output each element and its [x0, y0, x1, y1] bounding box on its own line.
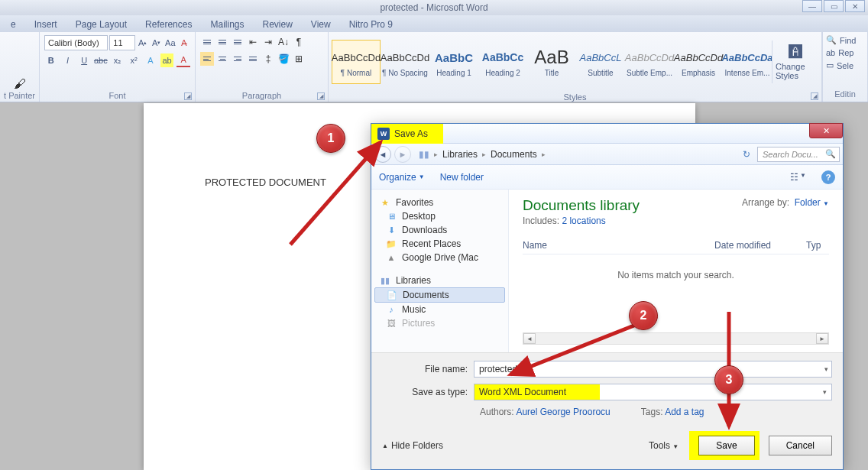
dialog-titlebar[interactable]: W Save As ✕	[371, 124, 843, 144]
style-heading-2[interactable]: AaBbCcHeading 2	[478, 40, 527, 84]
organize-button[interactable]: Organize ▼	[379, 172, 425, 183]
tree-documents[interactable]: 📄Documents	[374, 287, 505, 303]
new-folder-button[interactable]: New folder	[440, 172, 484, 183]
superscript-button[interactable]: x²	[127, 53, 141, 67]
grow-font-button[interactable]: A▴	[137, 36, 149, 50]
col-type[interactable]: Typ	[806, 240, 829, 251]
authors-link[interactable]: Aurel George Proorocu	[516, 407, 610, 417]
tab-file[interactable]: e	[3, 17, 24, 32]
view-options-button[interactable]: ☷ ▼	[790, 172, 806, 183]
save-button[interactable]: Save	[698, 436, 754, 455]
file-list-headers[interactable]: Name Date modified Typ	[523, 240, 829, 254]
tools-button[interactable]: Tools ▼	[649, 440, 679, 451]
includes-text: Includes: 2 locations	[523, 216, 640, 226]
col-name[interactable]: Name	[523, 240, 714, 251]
help-button[interactable]: ?	[821, 170, 835, 184]
tab-nitro[interactable]: Nitro Pro 9	[342, 17, 400, 32]
dialog-close-button[interactable]: ✕	[809, 123, 843, 138]
scroll-right-icon[interactable]: ►	[816, 333, 828, 344]
style-intense-emphasis[interactable]: AaBbCcDaIntense Em...	[723, 40, 772, 84]
styles-dialog-launcher[interactable]: ◢	[811, 92, 818, 100]
styles-gallery[interactable]: AaBbCcDd¶ Normal AaBbCcDd¶ No Spacing Aa…	[329, 32, 821, 91]
shrink-font-button[interactable]: A▾	[151, 36, 163, 50]
breadcrumb-documents[interactable]: Documents	[491, 149, 537, 160]
arrange-by-link[interactable]: Folder ▼	[795, 197, 829, 208]
tree-favorites[interactable]: ★Favorites	[374, 196, 505, 209]
bullets-button[interactable]	[200, 35, 214, 49]
tree-pictures[interactable]: 🖼Pictures	[374, 316, 505, 330]
sort-button[interactable]: A↓	[277, 35, 290, 49]
minimize-button[interactable]: —	[802, 0, 822, 12]
tree-music[interactable]: ♪Music	[374, 303, 505, 316]
file-name-input[interactable]: protected▾	[474, 361, 832, 378]
refresh-button[interactable]: ↻	[739, 147, 754, 162]
horizontal-scrollbar[interactable]: ◄ ►	[523, 332, 829, 345]
find-button[interactable]: 🔍Find	[826, 35, 864, 45]
style-title[interactable]: AaBTitle	[527, 40, 576, 84]
multilevel-button[interactable]	[231, 35, 245, 49]
numbering-button[interactable]	[215, 35, 229, 49]
font-color-button[interactable]: A	[177, 53, 190, 67]
cancel-button[interactable]: Cancel	[769, 436, 832, 455]
select-button[interactable]: ▭Sele	[826, 60, 864, 70]
font-dialog-launcher[interactable]: ◢	[184, 92, 192, 100]
tab-view[interactable]: View	[303, 17, 338, 32]
style-emphasis[interactable]: AaBbCcDdEmphasis	[674, 40, 723, 84]
search-input[interactable]: Search Docu... 🔍	[757, 147, 840, 162]
scroll-left-icon[interactable]: ◄	[523, 333, 536, 344]
close-button[interactable]: ✕	[845, 0, 865, 12]
col-date[interactable]: Date modified	[714, 240, 806, 251]
nav-back-button[interactable]: ◄	[374, 146, 391, 163]
align-right-button[interactable]	[231, 52, 245, 66]
borders-button[interactable]: ⊞	[292, 52, 306, 66]
change-styles-button[interactable]: 🅰 Change Styles	[772, 41, 818, 83]
subscript-button[interactable]: x₂	[111, 53, 125, 67]
clear-formatting-button[interactable]: A̶	[178, 36, 190, 50]
format-painter[interactable]: 🖌	[14, 77, 26, 91]
decrease-indent-button[interactable]: ⇤	[246, 35, 260, 49]
tree-downloads[interactable]: ⬇Downloads	[374, 223, 505, 237]
underline-button[interactable]: U	[77, 53, 91, 67]
format-painter-label: t Painter	[4, 91, 35, 100]
maximize-button[interactable]: ▭	[824, 0, 844, 12]
shading-button[interactable]: 🪣	[277, 52, 290, 66]
style-subtitle[interactable]: AaBbCcLSubtitle	[576, 40, 625, 84]
tab-references[interactable]: References	[138, 17, 199, 32]
italic-button[interactable]: I	[61, 53, 75, 67]
replace-button[interactable]: abRep	[826, 48, 864, 57]
style-normal[interactable]: AaBbCcDd¶ Normal	[332, 40, 381, 84]
align-center-button[interactable]	[215, 52, 229, 66]
tree-recent[interactable]: 📁Recent Places	[374, 237, 505, 251]
style-no-spacing[interactable]: AaBbCcDd¶ No Spacing	[381, 40, 429, 84]
justify-button[interactable]	[246, 52, 260, 66]
strikethrough-button[interactable]: abc	[94, 53, 108, 67]
font-name-combo[interactable]: Calibri (Body)	[44, 35, 108, 50]
tab-review[interactable]: Review	[254, 17, 300, 32]
increase-indent-button[interactable]: ⇥	[261, 35, 275, 49]
breadcrumb[interactable]: ▮▮ ▸ Libraries ▸ Documents ▸	[414, 149, 736, 160]
save-type-input[interactable]: Word XML Document	[474, 384, 600, 400]
tab-mailings[interactable]: Mailings	[202, 17, 251, 32]
style-subtle-emphasis[interactable]: AaBbCcDdSubtle Emp...	[625, 40, 674, 84]
nav-forward-button[interactable]: ►	[394, 146, 411, 163]
font-size-combo[interactable]: 11	[109, 35, 134, 50]
tree-libraries[interactable]: ▮▮Libraries	[374, 274, 505, 287]
style-heading-1[interactable]: AaBbCHeading 1	[429, 40, 478, 84]
tree-gdrive[interactable]: ▲Google Drive (Mac	[374, 251, 505, 264]
show-marks-button[interactable]: ¶	[292, 35, 306, 49]
bold-button[interactable]: B	[44, 53, 58, 67]
chevron-down-icon[interactable]: ▾	[823, 388, 827, 396]
change-case-button[interactable]: Aa	[164, 36, 177, 50]
tab-insert[interactable]: Insert	[27, 17, 65, 32]
line-spacing-button[interactable]: ‡	[261, 52, 275, 66]
tab-page-layout[interactable]: Page Layout	[68, 17, 134, 32]
hide-folders-button[interactable]: ▲ Hide Folders	[382, 440, 443, 451]
highlight-button[interactable]: ab	[160, 53, 174, 67]
tree-desktop[interactable]: 🖥Desktop	[374, 209, 505, 223]
paragraph-dialog-launcher[interactable]: ◢	[317, 92, 325, 100]
includes-link[interactable]: 2 locations	[562, 216, 605, 226]
text-effects-button[interactable]: A	[144, 53, 157, 67]
align-left-button[interactable]	[200, 52, 214, 66]
tags-link[interactable]: Add a tag	[665, 407, 704, 417]
breadcrumb-libraries[interactable]: Libraries	[442, 149, 478, 160]
